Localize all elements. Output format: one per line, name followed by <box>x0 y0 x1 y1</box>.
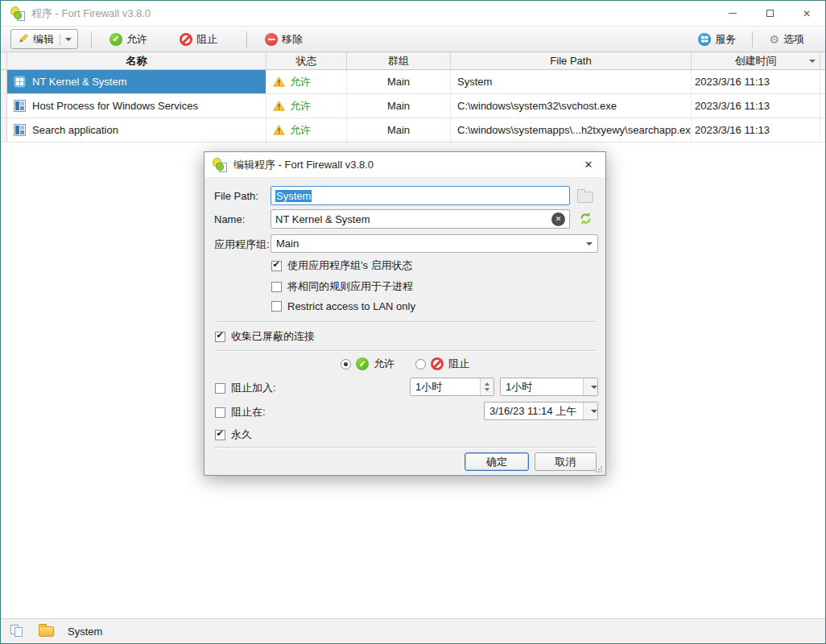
window-title: 程序 - Fort Firewall v3.8.0 <box>31 6 151 21</box>
chevron-down-icon <box>65 38 72 41</box>
close-button[interactable] <box>788 1 825 26</box>
app-group-label: 应用程序组: <box>214 237 270 252</box>
column-header-status[interactable]: 状态 <box>266 52 347 69</box>
use-group-state-checkbox[interactable]: 使用应用程序组's 启用状态 <box>271 258 413 273</box>
ok-button[interactable]: 确定 <box>465 452 529 471</box>
file-path-cell: C:\windows\systemapps\...h2txyewy\search… <box>451 118 692 142</box>
block-for-checkbox[interactable]: 阻止加入: <box>215 381 276 395</box>
filler-cell <box>820 70 825 93</box>
minimize-button[interactable] <box>714 1 751 26</box>
dialog-title: 编辑程序 - Fort Firewall v3.8.0 <box>233 158 374 172</box>
browse-folder-button[interactable] <box>577 192 593 203</box>
block-datetime-picker[interactable]: 3/16/23 11:14 上午 <box>484 402 598 420</box>
table-row[interactable]: Search application 允许 Main C:\windows\sy… <box>1 118 825 142</box>
table-row[interactable]: NT Kernel & System 允许 Main System 2023/3… <box>1 70 825 94</box>
datetime-dropdown[interactable] <box>583 402 597 419</box>
block-radio[interactable]: 阻止 <box>415 357 469 371</box>
windows-app-icon <box>14 76 26 88</box>
dialog-titlebar: 编辑程序 - Fort Firewall v3.8.0 <box>204 152 605 178</box>
table-header: 名称 状态 群组 File Path 创建时间 <box>1 52 825 70</box>
program-name: NT Kernel & System <box>32 76 127 88</box>
filler-cell <box>820 94 825 118</box>
copy-path-icon[interactable] <box>10 625 25 638</box>
block-icon <box>431 357 444 370</box>
chevron-down-icon <box>591 410 597 413</box>
apply-child-processes-checkbox[interactable]: 将相同的规则应用于子进程 <box>271 279 413 294</box>
resize-grip[interactable] <box>595 465 603 473</box>
radio-selected-icon <box>341 359 351 369</box>
radio-unselected-icon <box>415 359 426 369</box>
block-at-checkbox[interactable]: 阻止在: <box>215 405 266 419</box>
filler-cell <box>820 118 825 142</box>
windows-app-icon <box>14 100 26 112</box>
app-group-combo[interactable]: Main <box>271 234 598 253</box>
block-hours-value: 1小时 <box>415 380 442 394</box>
remove-icon <box>265 33 278 46</box>
program-name-cell[interactable]: Host Process for Windows Services <box>7 94 266 118</box>
column-header-group[interactable]: 群组 <box>347 52 451 69</box>
block-hours-spinner[interactable]: 1小时 <box>410 378 494 396</box>
edit-dropdown[interactable] <box>60 34 72 45</box>
titlebar: 程序 - Fort Firewall v3.8.0 <box>1 1 825 26</box>
allow-button[interactable]: 允许 <box>105 32 152 47</box>
block-button[interactable]: 阻止 <box>175 32 222 47</box>
ok-button-label: 确定 <box>486 455 507 469</box>
dialog-body: File Path: System Name: NT Kernel & Syst… <box>204 178 605 476</box>
checkbox-unchecked-icon <box>271 301 282 312</box>
block-for-label: 阻止加入: <box>231 381 276 395</box>
program-name: Search application <box>32 124 118 136</box>
status-cell: 允许 <box>266 70 347 93</box>
group-cell: Main <box>347 94 451 118</box>
services-button[interactable]: 服务 <box>693 32 741 47</box>
allow-check-icon <box>356 357 369 370</box>
file-path-input[interactable]: System <box>271 186 570 205</box>
refresh-name-icon[interactable] <box>579 212 593 225</box>
column-header-created-label: 创建时间 <box>735 54 777 68</box>
allow-radio[interactable]: 允许 <box>341 357 394 371</box>
edit-button[interactable]: 编辑 <box>10 29 78 49</box>
cancel-button[interactable]: 取消 <box>535 452 597 471</box>
block-icon <box>180 33 192 46</box>
warning-icon <box>273 76 285 87</box>
file-path-label: File Path: <box>214 190 258 202</box>
allow-check-icon <box>109 33 122 46</box>
toolbar-separator <box>752 31 753 47</box>
table-row[interactable]: Host Process for Windows Services 允许 Mai… <box>1 94 825 118</box>
block-button-label: 阻止 <box>196 32 217 47</box>
open-folder-icon[interactable] <box>39 626 54 637</box>
status-text: 允许 <box>290 99 311 114</box>
group-cell: Main <box>347 118 451 142</box>
toolbar-left: 编辑 允许 阻止 移除 <box>10 29 308 49</box>
maximize-button[interactable] <box>751 1 788 26</box>
lan-only-checkbox[interactable]: Restrict access to LAN only <box>271 300 415 312</box>
cancel-button-label: 取消 <box>555 455 576 469</box>
lan-only-label: Restrict access to LAN only <box>287 300 415 312</box>
options-button[interactable]: ⚙ 选项 <box>764 32 809 47</box>
edit-program-dialog: 编辑程序 - Fort Firewall v3.8.0 File Path: S… <box>204 151 606 476</box>
row-gutter <box>1 70 7 93</box>
collect-blocked-checkbox[interactable]: 收集已屏蔽的连接 <box>215 329 315 344</box>
forever-checkbox[interactable]: 永久 <box>215 427 252 442</box>
remove-button[interactable]: 移除 <box>260 32 308 47</box>
spinner-arrows[interactable] <box>480 378 494 395</box>
separator <box>214 350 596 352</box>
block-radio-label: 阻止 <box>448 357 469 371</box>
column-header-created[interactable]: 创建时间 <box>692 52 820 69</box>
block-duration-combo[interactable]: 1小时 <box>500 378 598 396</box>
services-button-label: 服务 <box>715 32 736 47</box>
collect-blocked-label: 收集已屏蔽的连接 <box>231 329 315 344</box>
clear-name-icon[interactable] <box>551 213 565 226</box>
checkbox-unchecked-icon <box>215 383 225 394</box>
column-header-path[interactable]: File Path <box>451 52 692 69</box>
program-name-cell[interactable]: Search application <box>7 118 266 142</box>
combo-dropdown[interactable] <box>583 378 597 395</box>
program-name-cell[interactable]: NT Kernel & System <box>7 70 266 93</box>
dialog-close-button[interactable] <box>572 152 605 177</box>
name-input[interactable]: NT Kernel & System <box>271 209 570 229</box>
column-header-name[interactable]: 名称 <box>7 52 266 69</box>
maximize-icon <box>766 10 774 17</box>
row-gutter <box>1 118 7 142</box>
toolbar: 编辑 允许 阻止 移除 服务 <box>1 26 825 52</box>
window-controls <box>714 1 825 26</box>
pencil-icon <box>17 33 29 45</box>
